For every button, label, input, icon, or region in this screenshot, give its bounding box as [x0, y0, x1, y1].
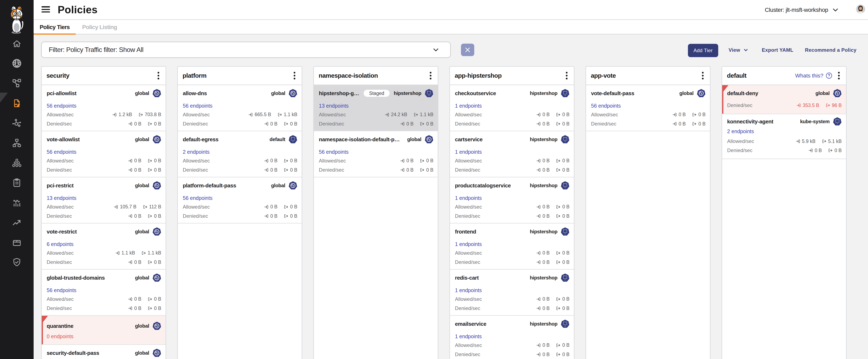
- svg-text:ns: ns: [428, 95, 430, 96]
- svg-text:ns: ns: [564, 141, 566, 142]
- svg-text:ns: ns: [564, 95, 566, 96]
- svg-text:ns: ns: [564, 325, 566, 327]
- svg-text:ns: ns: [564, 233, 566, 234]
- svg-text:ns: ns: [564, 187, 566, 188]
- svg-text:ns: ns: [564, 279, 566, 280]
- svg-text:ns: ns: [292, 141, 293, 142]
- svg-text:ns: ns: [837, 123, 838, 124]
